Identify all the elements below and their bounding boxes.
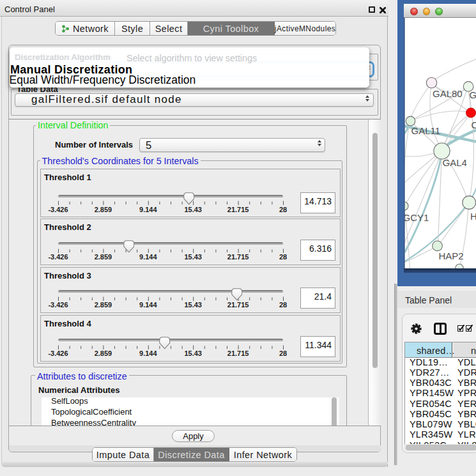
svg-text:C: C xyxy=(471,119,476,130)
svg-text:GCY1: GCY1 xyxy=(404,212,429,223)
svg-text:G.: G. xyxy=(469,89,476,100)
svg-text:GAL11: GAL11 xyxy=(411,125,440,136)
svg-text:HAP2: HAP2 xyxy=(438,250,463,261)
svg-text:GAL80: GAL80 xyxy=(433,88,463,99)
svg-text:H: H xyxy=(470,211,476,222)
svg-text:GAL4: GAL4 xyxy=(442,157,466,168)
